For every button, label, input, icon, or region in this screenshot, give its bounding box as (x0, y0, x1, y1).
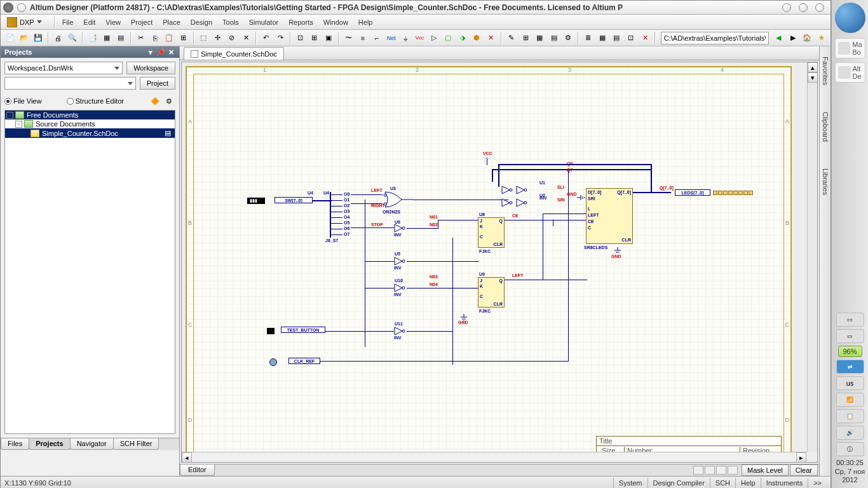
preview-icon[interactable]: 🔍 (66, 31, 79, 45)
tab-clipboard[interactable]: Clipboard (821, 108, 830, 146)
bus-icon[interactable]: ≡ (356, 31, 369, 45)
project-tree[interactable]: − Free Documents − Source Documents Simp… (4, 110, 175, 434)
tool-i-icon[interactable]: ⊡ (624, 31, 637, 45)
inverter-u11[interactable] (394, 327, 407, 336)
project-button[interactable]: Project (140, 77, 175, 90)
buf-u1[interactable] (501, 186, 514, 194)
paste-icon[interactable]: 📋 (163, 31, 176, 45)
noerc-icon[interactable]: ✕ (484, 31, 498, 45)
language-indicator[interactable]: us (836, 376, 864, 390)
part-icon[interactable]: ▷ (427, 31, 440, 45)
test-button-port-icon[interactable] (267, 328, 275, 334)
save-icon[interactable]: 💾 (32, 31, 45, 45)
inverter-u5[interactable] (394, 257, 407, 266)
or-gate[interactable] (383, 191, 416, 210)
system-clock[interactable]: 00:30:25 Ср, 7 ноя 2012 (835, 459, 865, 484)
panel-close-icon[interactable]: ✕ (166, 48, 175, 57)
menu-view[interactable]: View (100, 16, 126, 29)
cut-icon[interactable]: ✂ (134, 31, 147, 45)
expand-icon[interactable]: − (6, 112, 13, 119)
scroll-down-icon[interactable]: ▾ (808, 72, 818, 83)
redo-icon[interactable]: ↷ (273, 31, 287, 45)
power-gnd-icon[interactable]: ⏚ (398, 31, 412, 45)
tab-libraries[interactable]: Libraries (821, 165, 830, 199)
expand-icon[interactable]: − (15, 121, 22, 128)
nav-back-icon[interactable]: ◀ (772, 31, 785, 45)
tool-b-icon[interactable]: ⊞ (519, 31, 532, 45)
bus-entry-icon[interactable]: ⌐ (370, 31, 384, 45)
tool-f-icon[interactable]: ≣ (581, 31, 595, 45)
window-menu-button[interactable] (17, 3, 26, 12)
sheet-entry-icon[interactable]: ⬗ (456, 31, 469, 45)
menu-design[interactable]: Design (186, 16, 217, 29)
minimize-button[interactable] (782, 3, 791, 12)
clk-port-icon[interactable] (269, 358, 277, 366)
docs-icon[interactable]: 📑 (86, 31, 99, 45)
desktop-shortcut-2[interactable]: AltDe (835, 62, 865, 83)
path-input[interactable] (661, 32, 769, 44)
nav-fav-icon[interactable]: ★ (815, 31, 828, 45)
tray-network-icon[interactable]: 📶 (836, 393, 864, 407)
new-doc-icon[interactable]: 📄 (3, 31, 17, 45)
tool-icon-2[interactable] (705, 466, 715, 475)
nav-fwd-icon[interactable]: ▶ (786, 31, 799, 45)
print-icon[interactable]: 🖨 (51, 31, 65, 45)
select-icon[interactable]: ⬚ (197, 31, 210, 45)
tool-icon-4[interactable] (728, 466, 738, 475)
tool-icon-1[interactable] (693, 466, 703, 475)
tree-sub[interactable]: − Source Documents (5, 119, 175, 128)
tree-doc[interactable]: Simple_Counter.SchDoc ▤ (5, 128, 175, 138)
scroll-left-icon[interactable]: ◂ (182, 452, 192, 463)
menu-place[interactable]: Place (158, 16, 186, 29)
sheet-icon[interactable]: ▦ (100, 31, 113, 45)
panel-pin-icon[interactable]: 📌 (156, 48, 165, 57)
menu-window[interactable]: Window (318, 16, 353, 29)
maximize-button[interactable] (799, 3, 808, 12)
inverter-u6[interactable] (394, 224, 407, 233)
tray-sound-icon[interactable]: 🔊 (836, 426, 864, 440)
file-view-radio[interactable]: File View (4, 97, 41, 105)
tab-navigator[interactable]: Navigator (70, 438, 114, 450)
menu-tools[interactable]: Tools (217, 16, 244, 29)
port-icon[interactable]: ⬢ (470, 31, 483, 45)
tray-drive-icon[interactable]: ▭ (836, 313, 864, 327)
battery-indicator[interactable]: 96% (838, 346, 862, 357)
clear-icon[interactable]: ✕ (240, 31, 253, 45)
menu-reports[interactable]: Reports (283, 16, 318, 29)
tray-usb-icon[interactable]: ⇄ (836, 360, 864, 374)
tab-projects[interactable]: Projects (29, 438, 70, 450)
sheet-symbol-icon[interactable]: ▢ (442, 31, 455, 45)
tool-a-icon[interactable]: ✎ (505, 31, 518, 45)
project-combo[interactable] (4, 77, 136, 90)
jk-ff-u8[interactable]: J Q K C CLR (478, 217, 505, 248)
status-help[interactable]: Help (735, 478, 761, 488)
status-instruments[interactable]: Instruments (761, 478, 808, 488)
tray-display-icon[interactable]: ▭ (836, 329, 864, 343)
net-label-icon[interactable]: Net (384, 31, 398, 45)
globe-icon[interactable] (835, 3, 865, 33)
hierarchy-icon[interactable]: ▤ (114, 31, 128, 45)
menu-help[interactable]: Help (353, 16, 378, 29)
compile-icon[interactable]: 🔶 (149, 95, 161, 107)
jk-ff-u9[interactable]: J Q K C CLR (478, 277, 505, 308)
open-icon[interactable]: 📂 (17, 31, 31, 45)
tool-d-icon[interactable]: ▤ (547, 31, 560, 45)
menu-simulator[interactable]: Simulator (244, 16, 283, 29)
move-icon[interactable]: ✢ (211, 31, 224, 45)
scroll-right-icon[interactable]: ▸ (796, 452, 806, 463)
tray-notes-icon[interactable]: 📋 (836, 409, 864, 423)
tool-c-icon[interactable]: ▦ (533, 31, 546, 45)
tree-root[interactable]: − Free Documents (5, 111, 175, 119)
menu-project[interactable]: Project (126, 16, 158, 29)
mask-level-button[interactable]: Mask Level (742, 464, 789, 476)
stamp-icon[interactable]: ⊞ (177, 31, 190, 45)
close-button[interactable] (815, 3, 824, 12)
status-system[interactable]: System (613, 478, 648, 488)
deselect-icon[interactable]: ⊘ (225, 31, 238, 45)
clear-button[interactable]: Clear (790, 464, 818, 476)
horizontal-scrollbar[interactable]: ◂ ▸ (182, 452, 806, 462)
schematic-canvas[interactable]: 1 2 3 4 A B C D A B C D ▮▮▮ (181, 62, 818, 463)
status-more[interactable]: >> (808, 478, 827, 488)
sr8-block[interactable]: D[7..0] Q[7..0] SRI L LEFT CE C CLR (586, 188, 633, 244)
tray-info-icon[interactable]: ⓘ (836, 442, 864, 456)
